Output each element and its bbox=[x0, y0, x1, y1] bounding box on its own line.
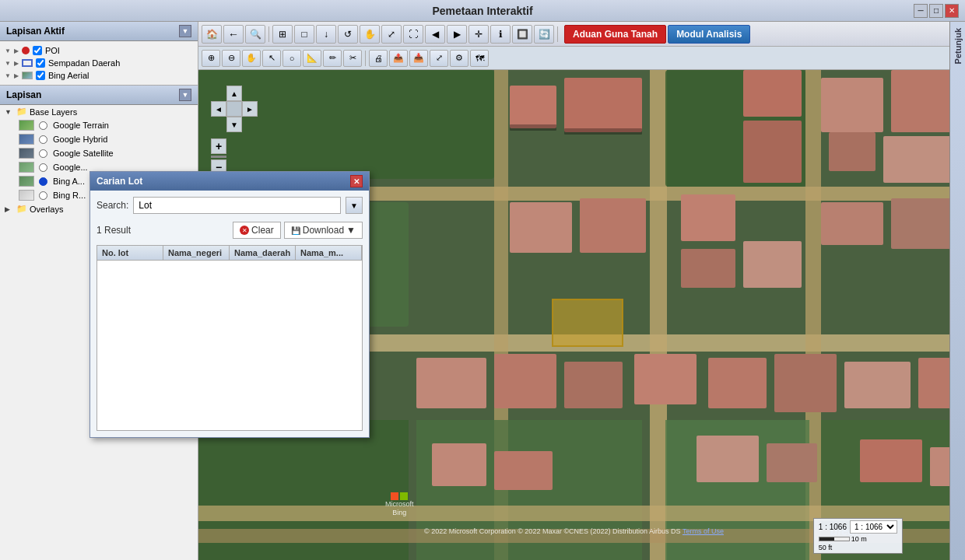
expand-icon: ▼ bbox=[5, 108, 14, 116]
toolbar-next-btn[interactable]: ▶ bbox=[447, 25, 467, 44]
toolbar-reload-btn[interactable]: 🔄 bbox=[534, 25, 554, 44]
toolbar-sep1 bbox=[268, 26, 269, 42]
map-tb-zoomout[interactable]: ⊖ bbox=[222, 50, 240, 67]
google-hybrid-thumb bbox=[19, 134, 34, 145]
map-tb-fullscreen[interactable]: ⤢ bbox=[430, 50, 448, 67]
table-body[interactable] bbox=[96, 260, 363, 431]
bing-aerial-thumb bbox=[19, 176, 34, 187]
bing-aerial-radio[interactable] bbox=[39, 177, 47, 186]
tree-google-hybrid[interactable]: Google Hybrid bbox=[0, 132, 198, 146]
nav-left-btn[interactable]: ◄ bbox=[211, 101, 226, 117]
map-tb-print[interactable]: 🖨 bbox=[369, 50, 388, 67]
nav-down-btn[interactable]: ▼ bbox=[226, 117, 242, 132]
toolbar-frame-btn[interactable]: □ bbox=[294, 25, 314, 44]
toolbar-import-btn[interactable]: ↓ bbox=[316, 25, 336, 44]
svg-rect-36 bbox=[918, 358, 949, 408]
download-label: Download bbox=[303, 225, 344, 236]
tree-google-satellite[interactable]: Google Satellite bbox=[0, 146, 198, 160]
map-tb-settings[interactable]: ⚙ bbox=[450, 50, 468, 67]
google4-thumb bbox=[19, 162, 34, 173]
svg-rect-24 bbox=[821, 202, 883, 245]
sempadan-checkbox[interactable] bbox=[36, 58, 45, 68]
modul-button[interactable]: Modul Analisis bbox=[668, 25, 750, 44]
overlays-label: Overlays bbox=[30, 205, 63, 214]
map-tb-import2[interactable]: 📥 bbox=[409, 50, 428, 67]
toolbar-add-btn[interactable]: ✛ bbox=[468, 25, 489, 44]
map-tb-select[interactable]: ↖ bbox=[262, 50, 281, 67]
title-bar: Pemetaan Interaktif ─ □ ✕ bbox=[0, 0, 965, 22]
toolbar-prev-btn[interactable]: ◀ bbox=[425, 25, 445, 44]
bing-checkbox[interactable] bbox=[36, 71, 45, 80]
map-tb-circle[interactable]: ○ bbox=[282, 50, 301, 67]
google-satellite-thumb bbox=[19, 148, 34, 159]
layer-item-sempadan[interactable]: ▼ ▶ Sempadan Daerah bbox=[0, 57, 198, 69]
map-tb-layers[interactable]: 🗺 bbox=[470, 50, 489, 67]
toolbar-info-btn[interactable]: ℹ bbox=[490, 25, 511, 44]
download-btn[interactable]: 💾 Download ▼ bbox=[284, 222, 363, 239]
copyright-link[interactable]: Terms of Use bbox=[683, 527, 724, 535]
layer-arrow-poi: ▼ bbox=[5, 47, 11, 54]
layers-collapse-btn[interactable]: ▼ bbox=[179, 89, 191, 101]
dialog-close-btn[interactable]: ✕ bbox=[350, 175, 363, 187]
tree-google-terrain[interactable]: Google Terrain bbox=[0, 118, 198, 132]
clear-btn[interactable]: ✕ Clear bbox=[233, 222, 281, 239]
map-secondary-toolbar: ⊕ ⊖ ✋ ↖ ○ 📐 ✏ ✂ 🖨 📤 📥 ⤢ ⚙ 🗺 bbox=[198, 47, 949, 70]
download-arrow: ▼ bbox=[346, 225, 356, 236]
aduan-button[interactable]: Aduan Guna Tanah bbox=[564, 25, 666, 44]
map-tb-edit[interactable]: ✏ bbox=[323, 50, 342, 67]
google-hybrid-label: Google Hybrid bbox=[53, 135, 107, 144]
google-satellite-radio[interactable] bbox=[39, 149, 47, 158]
maximize-button[interactable]: □ bbox=[929, 4, 943, 18]
layer-arrow2-sempadan: ▶ bbox=[14, 60, 19, 67]
dialog-body: Search: ▼ 1 Result ✕ Clear 💾 Download ▼ … bbox=[90, 191, 369, 437]
scale-select[interactable]: 1 : 1066 1 : 500 1 : 2000 1 : 5000 bbox=[850, 520, 897, 534]
layer-arrow-bing: ▼ bbox=[5, 72, 11, 79]
layer-item-poi[interactable]: ▼ ▶ POI bbox=[0, 44, 198, 57]
toolbar-select-btn[interactable]: 🔲 bbox=[512, 25, 532, 44]
bing-road-label: Bing R... bbox=[53, 191, 86, 200]
search-dropdown-btn[interactable]: ▼ bbox=[346, 197, 363, 214]
google4-radio[interactable] bbox=[39, 163, 47, 172]
map-tb-sep1 bbox=[365, 51, 366, 66]
toolbar-search-btn[interactable]: 🔍 bbox=[245, 25, 265, 44]
google-terrain-radio[interactable] bbox=[39, 121, 47, 130]
bing-road-radio[interactable] bbox=[39, 191, 47, 200]
zoom-in-btn[interactable]: + bbox=[211, 138, 226, 154]
active-layers-title: Lapisan Aktif bbox=[6, 26, 65, 37]
active-layers-collapse-btn[interactable]: ▼ bbox=[179, 25, 191, 37]
nav-right-btn[interactable]: ► bbox=[242, 101, 258, 117]
svg-rect-3 bbox=[650, 70, 667, 560]
map-tb-zoomin[interactable]: ⊕ bbox=[202, 50, 220, 67]
right-panel: Petunjuk bbox=[949, 22, 965, 560]
close-button[interactable]: ✕ bbox=[945, 4, 959, 18]
google-terrain-thumb bbox=[19, 120, 34, 131]
svg-rect-23 bbox=[743, 241, 802, 288]
layer-item-bing[interactable]: ▼ ▶ Bing Aerial bbox=[0, 69, 198, 82]
toolbar-back-btn[interactable]: ← bbox=[223, 25, 244, 44]
nav-center-btn[interactable] bbox=[226, 101, 242, 117]
toolbar-refresh-btn[interactable]: ↺ bbox=[338, 25, 358, 44]
toolbar-pan-btn[interactable]: ✋ bbox=[360, 25, 380, 44]
clear-label: Clear bbox=[251, 225, 274, 236]
poi-checkbox[interactable] bbox=[33, 46, 42, 55]
map-tb-measure[interactable]: 📐 bbox=[303, 50, 321, 67]
svg-rect-13 bbox=[743, 121, 802, 183]
toolbar-home-btn[interactable]: 🏠 bbox=[202, 25, 222, 44]
svg-rect-9 bbox=[510, 86, 556, 128]
toolbar-zoom-full-btn[interactable]: ⛶ bbox=[403, 25, 423, 44]
search-input[interactable] bbox=[133, 197, 341, 214]
toolbar-grid-btn[interactable]: ⊞ bbox=[272, 25, 293, 44]
nav-up-btn[interactable]: ▲ bbox=[226, 86, 242, 101]
map-tb-cut[interactable]: ✂ bbox=[343, 50, 362, 67]
layers-header: Lapisan ▼ bbox=[0, 86, 198, 105]
bing-road-thumb bbox=[19, 190, 34, 201]
tree-base-layers[interactable]: ▼ 📁 Base Layers bbox=[0, 105, 198, 118]
minimize-button[interactable]: ─ bbox=[914, 4, 928, 18]
google-hybrid-radio[interactable] bbox=[39, 135, 47, 144]
search-label: Search: bbox=[96, 200, 128, 211]
map-tb-export[interactable]: 📤 bbox=[389, 50, 408, 67]
svg-rect-15 bbox=[891, 70, 949, 132]
toolbar-extent-btn[interactable]: ⤢ bbox=[381, 25, 402, 44]
map-tb-pan[interactable]: ✋ bbox=[242, 50, 261, 67]
map-navigation: ▲ ◄ ► ▼ + − bbox=[211, 86, 258, 175]
